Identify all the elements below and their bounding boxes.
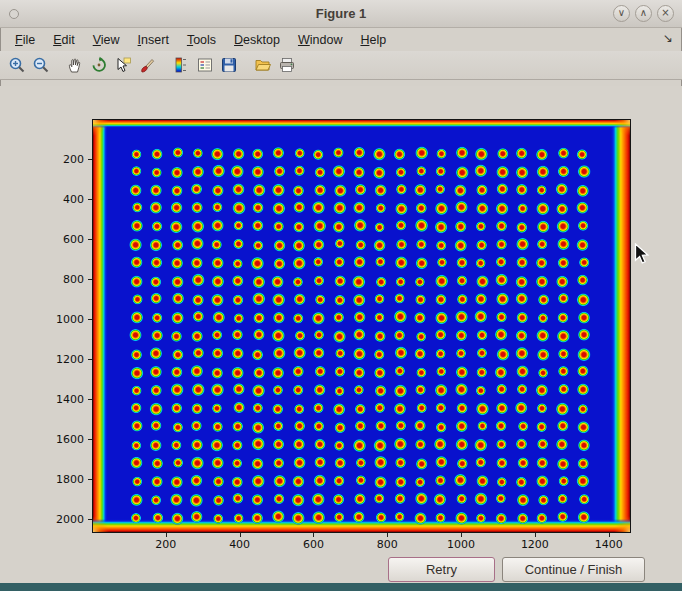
printer-icon [278, 56, 296, 74]
menu-desktop[interactable]: Desktop [225, 30, 289, 50]
y-tick-mark [88, 319, 92, 320]
open-folder-icon [254, 56, 272, 74]
x-tick-label: 600 [293, 538, 333, 551]
x-tick-label: 1000 [441, 538, 481, 551]
figure-toolbar [0, 51, 682, 80]
window-bottom-edge [0, 583, 682, 591]
toolbar-separator [241, 53, 251, 77]
y-tick-mark [88, 399, 92, 400]
x-tick-label: 1400 [589, 538, 629, 551]
y-tick-label: 1600 [0, 433, 84, 446]
y-tick-label: 1200 [0, 353, 84, 366]
brush-icon [138, 56, 156, 74]
figure-window: Figure 1 ∨ ∧ × File Edit View Insert Too… [0, 0, 682, 591]
window-controls: ∨ ∧ × [613, 5, 674, 22]
menu-corner-arrow-icon[interactable]: ↘ [663, 31, 673, 45]
y-tick-mark [88, 439, 92, 440]
x-tick-label: 200 [146, 538, 186, 551]
y-tick-mark [88, 279, 92, 280]
y-tick-mark [88, 479, 92, 480]
insert-legend-icon [196, 56, 214, 74]
y-tick-mark [88, 359, 92, 360]
pan-button[interactable] [63, 53, 87, 77]
toolbar-separator [159, 53, 169, 77]
print-figure-button[interactable] [275, 53, 299, 77]
y-tick-label: 1000 [0, 313, 84, 326]
x-tick-mark [313, 533, 314, 537]
x-tick-label: 800 [367, 538, 407, 551]
y-tick-label: 600 [0, 233, 84, 246]
menu-view[interactable]: View [84, 30, 129, 50]
x-tick-mark [461, 533, 462, 537]
close-button[interactable]: × [657, 5, 674, 22]
x-tick-label: 1200 [515, 538, 555, 551]
figure-content-area: Retry Continue / Finish 2004006008001000… [0, 86, 682, 583]
y-tick-mark [88, 519, 92, 520]
x-tick-label: 400 [220, 538, 260, 551]
save-figure-button[interactable] [217, 53, 241, 77]
x-tick-mark [609, 533, 610, 537]
y-tick-label: 800 [0, 273, 84, 286]
y-tick-mark [88, 199, 92, 200]
open-file-button[interactable] [251, 53, 275, 77]
insert-legend-button[interactable] [193, 53, 217, 77]
x-tick-mark [166, 533, 167, 537]
x-tick-mark [240, 533, 241, 537]
x-tick-mark [387, 533, 388, 537]
minimize-button[interactable]: ∨ [613, 5, 630, 22]
save-icon [220, 56, 238, 74]
maximize-button[interactable]: ∧ [635, 5, 652, 22]
menu-window[interactable]: Window [289, 30, 351, 50]
insert-colorbar-button[interactable] [169, 53, 193, 77]
menu-file[interactable]: File [6, 30, 44, 50]
retry-button[interactable]: Retry [388, 557, 495, 582]
insert-colorbar-icon [172, 56, 190, 74]
menu-help[interactable]: Help [351, 30, 395, 50]
y-tick-label: 400 [0, 193, 84, 206]
toolbar-separator [53, 53, 63, 77]
zoom-out-icon [32, 56, 50, 74]
pan-hand-icon [66, 56, 84, 74]
zoom-out-button[interactable] [29, 53, 53, 77]
rotate-3d-icon [90, 56, 108, 74]
brush-button[interactable] [135, 53, 159, 77]
zoom-in-icon [8, 56, 26, 74]
plot-canvas[interactable] [93, 120, 630, 532]
data-cursor-button[interactable] [111, 53, 135, 77]
y-tick-label: 1400 [0, 393, 84, 406]
menu-tools[interactable]: Tools [178, 30, 225, 50]
menu-insert[interactable]: Insert [129, 30, 178, 50]
y-tick-mark [88, 159, 92, 160]
mouse-cursor [634, 243, 650, 266]
continue-finish-button[interactable]: Continue / Finish [502, 557, 645, 582]
y-tick-label: 1800 [0, 473, 84, 486]
menu-edit[interactable]: Edit [44, 30, 84, 50]
plot-axes [92, 119, 631, 533]
rotate-3d-button[interactable] [87, 53, 111, 77]
y-tick-label: 2000 [0, 513, 84, 526]
y-tick-mark [88, 239, 92, 240]
menu-bar: File Edit View Insert Tools Desktop Wind… [0, 28, 682, 51]
y-tick-label: 200 [0, 153, 84, 166]
window-titlebar: Figure 1 ∨ ∧ × [0, 0, 682, 28]
zoom-in-button[interactable] [5, 53, 29, 77]
data-cursor-icon [114, 56, 132, 74]
x-tick-mark [535, 533, 536, 537]
window-title: Figure 1 [0, 6, 682, 21]
